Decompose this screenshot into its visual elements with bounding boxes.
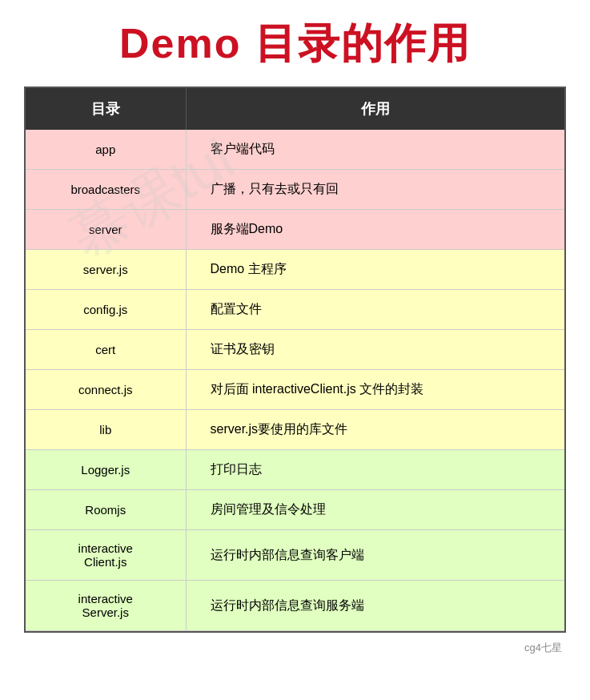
row-dir: broadcasters (26, 170, 186, 210)
table-row: interactiveServer.js运行时内部信息查询服务端 (26, 581, 564, 631)
row-desc: 房间管理及信令处理 (186, 490, 564, 530)
table-row: broadcasters广播，只有去或只有回 (26, 170, 564, 210)
row-dir: config.js (26, 290, 186, 330)
col-header-dir: 目录 (26, 88, 186, 130)
row-dir: app (26, 130, 186, 170)
row-dir: server.js (26, 250, 186, 290)
row-dir: server (26, 210, 186, 250)
row-dir: interactiveServer.js (26, 581, 186, 631)
row-desc: server.js要使用的库文件 (186, 410, 564, 450)
row-desc: Demo 主程序 (186, 250, 564, 290)
row-dir: connect.js (26, 370, 186, 410)
table-row: config.js配置文件 (26, 290, 564, 330)
footer-text: cg4七星 (24, 641, 566, 655)
row-desc: 证书及密钥 (186, 330, 564, 370)
main-table: 目录 作用 app客户端代码broadcasters广播，只有去或只有回serv… (24, 86, 566, 633)
row-dir: interactiveClient.js (26, 530, 186, 581)
table-row: Logger.js打印日志 (26, 450, 564, 490)
table-row: server.jsDemo 主程序 (26, 250, 564, 290)
table-body: app客户端代码broadcasters广播，只有去或只有回server服务端D… (26, 130, 564, 631)
row-desc: 打印日志 (186, 450, 564, 490)
page-title: Demo 目录的作用 (24, 16, 566, 72)
row-desc: 配置文件 (186, 290, 564, 330)
table-row: Roomjs房间管理及信令处理 (26, 490, 564, 530)
row-dir: cert (26, 330, 186, 370)
row-dir: Roomjs (26, 490, 186, 530)
col-header-desc: 作用 (186, 88, 564, 130)
row-desc: 广播，只有去或只有回 (186, 170, 564, 210)
row-desc: 对后面 interactiveClient.js 文件的封装 (186, 370, 564, 410)
table-row: interactiveClient.js运行时内部信息查询客户端 (26, 530, 564, 581)
row-dir: lib (26, 410, 186, 450)
table-row: app客户端代码 (26, 130, 564, 170)
table-row: libserver.js要使用的库文件 (26, 410, 564, 450)
row-desc: 客户端代码 (186, 130, 564, 170)
table-header: 目录 作用 (26, 88, 564, 130)
table-row: connect.js对后面 interactiveClient.js 文件的封装 (26, 370, 564, 410)
row-desc: 运行时内部信息查询服务端 (186, 581, 564, 631)
row-desc: 服务端Demo (186, 210, 564, 250)
table-row: cert证书及密钥 (26, 330, 564, 370)
row-desc: 运行时内部信息查询客户端 (186, 530, 564, 581)
row-dir: Logger.js (26, 450, 186, 490)
table-row: server服务端Demo (26, 210, 564, 250)
